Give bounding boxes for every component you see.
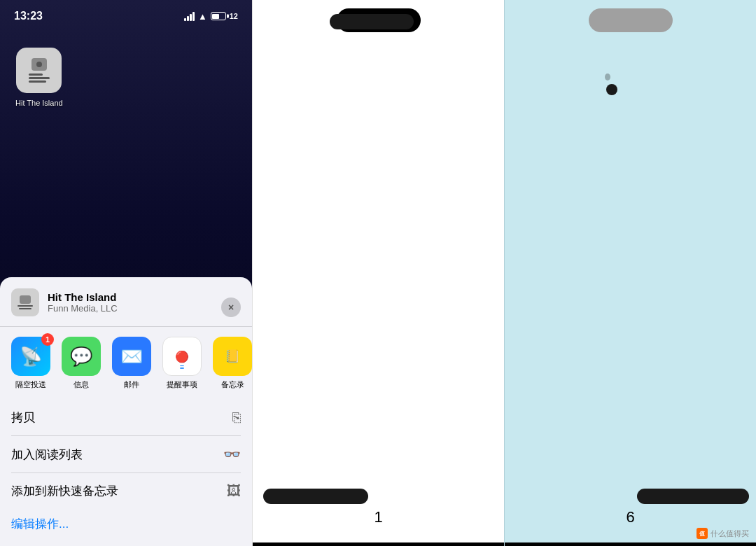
score-value-p3: 6 [626, 508, 634, 526]
reminder-icon: 🔴 ≡ [162, 337, 202, 376]
camera-shape [31, 58, 47, 71]
share-apps-row: 📡 1 隔空投送 💬 信息 ✉️ 邮件 🔴 ≡ 提醒事项 [0, 327, 252, 400]
game-ball-trail [605, 74, 610, 80]
share-sheet-header: Hit The Island Funn Media, LLC × [0, 288, 252, 327]
glasses-icon: 👓 [223, 446, 241, 463]
quicknote-label: 添加到新快速备忘录 [11, 483, 118, 499]
share-mail-button[interactable]: ✉️ 邮件 [112, 337, 151, 390]
notes-icon: 📒 [213, 337, 252, 376]
lines-shape [29, 74, 50, 83]
dynamic-island-gray [589, 8, 673, 32]
bottom-right-paddle [637, 489, 749, 504]
messages-label: 信息 [74, 379, 89, 390]
status-icons: ▲ 12 [184, 11, 238, 22]
bottom-line [253, 542, 504, 546]
mail-icon: ✉️ [112, 337, 151, 376]
score-display-p3: 6 [626, 508, 634, 526]
notes-label: 备忘录 [221, 379, 244, 390]
app-icon-container[interactable]: Hit The Island [15, 48, 63, 107]
share-notes-button[interactable]: 📒 备忘录 [213, 337, 252, 390]
share-app-name: Hit The Island [48, 291, 118, 303]
airdrop-badge: 1 [41, 333, 54, 346]
watermark: 值 什么值得买 [696, 528, 749, 539]
line3 [29, 80, 46, 83]
reminder-label: 提醒事项 [167, 379, 197, 390]
share-edit-label: 编辑操作... [11, 517, 69, 531]
quicknote-icon: 🖼 [227, 483, 241, 499]
share-actions: 拷贝 ⎘ 加入阅读列表 👓 添加到新快速备忘录 🖼 [0, 400, 252, 509]
copy-icon: ⎘ [232, 410, 241, 426]
share-action-copy[interactable]: 拷贝 ⎘ [11, 400, 241, 436]
battery-level: 12 [230, 12, 238, 20]
battery-icon [211, 12, 226, 20]
share-app-icon [11, 288, 39, 316]
app-label: Hit The Island [15, 99, 63, 107]
score-value: 1 [374, 508, 382, 526]
watermark-logo: 值 [696, 528, 708, 539]
watermark-text: 什么值得买 [710, 528, 749, 539]
copy-label: 拷贝 [11, 410, 35, 426]
readinglist-label: 加入阅读列表 [11, 447, 83, 463]
airdrop-label: 隔空投送 [15, 379, 46, 390]
status-bar: 13:23 ▲ 12 [0, 0, 252, 27]
score-display: 1 [374, 508, 382, 526]
game-screen-blue: 6 值 什么值得买 [504, 0, 756, 546]
wifi-icon: ▲ [198, 11, 207, 22]
share-app-dev: Funn Media, LLC [48, 303, 118, 314]
app-icon-graphic [16, 48, 62, 93]
share-sheet: Hit The Island Funn Media, LLC × 📡 1 隔空投… [0, 277, 252, 546]
messages-icon: 💬 [62, 337, 101, 376]
line2 [29, 77, 50, 79]
game-screen-white: 1 [252, 0, 504, 546]
status-time: 13:23 [14, 10, 43, 22]
share-airdrop-button[interactable]: 📡 1 隔空投送 [11, 337, 50, 390]
share-app-info: Hit The Island Funn Media, LLC [48, 291, 118, 314]
app-icon[interactable] [16, 48, 62, 93]
mail-label: 邮件 [124, 379, 139, 390]
share-edit-button[interactable]: 编辑操作... [0, 509, 252, 546]
bottom-line-p3 [505, 542, 756, 546]
mini-line2 [19, 308, 31, 309]
top-paddle [330, 14, 414, 29]
game-ball-p3 [606, 84, 617, 95]
iphone-home-screen: 13:23 ▲ 12 [0, 0, 252, 546]
airdrop-icon: 📡 1 [11, 337, 50, 376]
share-messages-button[interactable]: 💬 信息 [62, 337, 101, 390]
bottom-paddle [263, 489, 368, 504]
mini-line1 [18, 305, 33, 307]
signal-icon [184, 12, 195, 21]
share-action-readinglist[interactable]: 加入阅读列表 👓 [11, 436, 241, 473]
mini-camera [20, 295, 31, 304]
share-reminder-button[interactable]: 🔴 ≡ 提醒事项 [162, 337, 202, 390]
line1 [29, 74, 43, 76]
share-close-button[interactable]: × [221, 298, 241, 317]
share-action-quicknote[interactable]: 添加到新快速备忘录 🖼 [11, 473, 241, 509]
